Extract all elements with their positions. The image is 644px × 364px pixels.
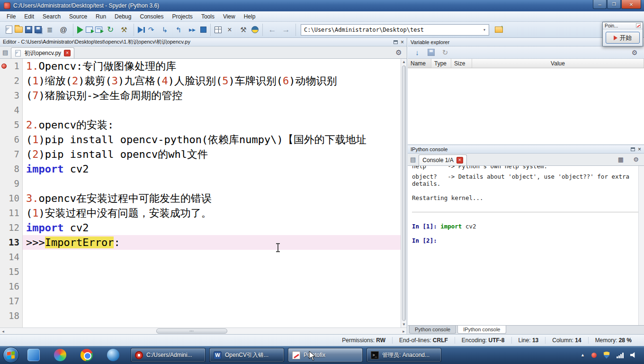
- taskbar-button-pointofix[interactable]: Pointofix: [288, 348, 363, 362]
- column-header-value[interactable]: Value: [472, 59, 644, 68]
- minimize-button[interactable]: [593, 0, 607, 9]
- console-browse-tabs-icon[interactable]: [410, 156, 416, 163]
- working-directory-field[interactable]: C:\Users\Administrator\Desktop\test: [301, 24, 489, 36]
- continue-icon[interactable]: ▶▶: [187, 24, 198, 36]
- new-file-icon[interactable]: [6, 26, 12, 34]
- print-icon[interactable]: ≣: [44, 24, 55, 36]
- code-line: 7(2)pip isntall opencv的whl文件: [0, 147, 401, 162]
- quicklaunch-chrome-icon[interactable]: [80, 349, 93, 361]
- code-text: [23, 176, 401, 191]
- run-file-icon[interactable]: [77, 26, 83, 34]
- parent-directory-icon[interactable]: [493, 24, 504, 36]
- vertical-scroll-thumb[interactable]: [402, 65, 406, 321]
- python-env-icon[interactable]: [251, 26, 259, 33]
- column-header-type[interactable]: Type: [431, 59, 451, 68]
- pointofix-tray-icon[interactable]: [591, 353, 597, 358]
- scroll-right-icon[interactable]: [401, 328, 407, 334]
- scroll-down-icon[interactable]: [401, 321, 407, 328]
- variable-table-body[interactable]: [408, 68, 644, 145]
- pointofix-start-button[interactable]: 开始: [606, 32, 640, 44]
- save-all-icon[interactable]: [35, 26, 42, 33]
- run-selection-icon[interactable]: ⚒: [118, 24, 130, 36]
- horizontal-scroll-thumb[interactable]: [156, 328, 227, 334]
- open-file-icon[interactable]: [15, 27, 23, 33]
- hidden-icons-icon[interactable]: ▲: [581, 353, 585, 357]
- menu-item-search[interactable]: Search: [39, 12, 64, 21]
- menu-item-consoles[interactable]: Consoles: [136, 12, 167, 21]
- taskbar-button-word[interactable]: WOpenCV引入错...: [209, 348, 284, 362]
- editor-undock-icon[interactable]: [394, 40, 398, 44]
- menu-item-view[interactable]: View: [219, 12, 239, 21]
- save-icon[interactable]: [25, 26, 32, 33]
- console-tab-close-icon[interactable]: [456, 157, 463, 164]
- save-data-icon[interactable]: [428, 49, 435, 56]
- taskbar-button-cmd[interactable]: >_管理员: Anacond...: [367, 348, 441, 362]
- editor-tab[interactable]: 初识opencv.py: [11, 47, 74, 58]
- security-tray-icon[interactable]: [603, 352, 610, 359]
- status-encoding: Encoding: UTF-8: [455, 337, 511, 344]
- volume-tray-icon[interactable]: [630, 352, 637, 358]
- maximize-button[interactable]: [607, 0, 621, 9]
- console-grid-icon[interactable]: ▦: [615, 154, 626, 165]
- editor-vertical-scrollbar[interactable]: [401, 59, 407, 328]
- import-data-icon[interactable]: ↓: [411, 47, 423, 58]
- step-over-icon[interactable]: ↷: [145, 24, 157, 36]
- editor-close-icon[interactable]: [401, 40, 404, 45]
- nav-back-icon[interactable]: ←: [267, 24, 278, 36]
- tab-ipython-console[interactable]: IPython console: [457, 326, 506, 334]
- maximize-pane-icon[interactable]: [215, 27, 222, 33]
- browse-tabs-icon[interactable]: [2, 49, 8, 56]
- menu-item-debug[interactable]: Debug: [111, 12, 135, 21]
- tab-close-icon[interactable]: [64, 50, 71, 56]
- menu-item-edit[interactable]: Edit: [20, 12, 38, 21]
- tools-icon[interactable]: ⚒: [238, 24, 249, 36]
- debug-file-icon[interactable]: [138, 27, 143, 33]
- console-output[interactable]: help -> Python's own help system.object?…: [408, 166, 644, 325]
- title-bar[interactable]: C:/Users/Administrator/Desktop/test - Sp…: [0, 0, 644, 11]
- step-return-icon[interactable]: ↰: [173, 24, 184, 36]
- column-header-size[interactable]: Size: [451, 59, 472, 68]
- close-button[interactable]: [621, 0, 641, 9]
- scroll-left-icon[interactable]: [0, 328, 6, 334]
- console-scrollbar[interactable]: [638, 166, 644, 325]
- status-bar: Permissions: RWEnd-of-lines: CRLFEncodin…: [0, 334, 644, 346]
- refresh-variables-icon[interactable]: ↻: [439, 47, 451, 58]
- code-text: (1)pip install opencv-python(依赖库numpy\)【…: [23, 132, 401, 147]
- run-cell-advance-icon[interactable]: [95, 27, 102, 33]
- console-options-icon[interactable]: ⚙: [630, 154, 642, 165]
- scroll-up-icon[interactable]: [401, 59, 407, 65]
- menu-item-run[interactable]: Run: [92, 12, 110, 21]
- menu-item-help[interactable]: Help: [240, 12, 259, 21]
- find-symbols-icon[interactable]: @: [58, 24, 69, 36]
- editor-options-icon[interactable]: ⚙: [393, 47, 404, 58]
- menu-item-tools[interactable]: Tools: [197, 12, 218, 21]
- path-dropdown-icon[interactable]: [483, 27, 486, 32]
- menu-item-projects[interactable]: Projects: [169, 12, 197, 21]
- taskbar-button-spyder[interactable]: C:/Users/Admini...: [131, 348, 206, 362]
- run-cell-icon[interactable]: [86, 27, 93, 33]
- console-tab[interactable]: Console 1/A: [419, 155, 466, 165]
- editor-pane: Editor - C:\Users\Administrator\Desktop\…: [0, 38, 407, 334]
- pointofix-window[interactable]: Poin... 开始: [602, 22, 643, 46]
- console-undock-icon[interactable]: [631, 147, 635, 151]
- menu-item-file[interactable]: File: [3, 12, 19, 21]
- stop-debug-icon[interactable]: [200, 27, 206, 33]
- code-area[interactable]: 11.Opencv:专门做图像处理的库2(1)缩放(2)裁剪(3)九宫格(4)人…: [0, 59, 401, 328]
- column-header-name[interactable]: Name: [408, 59, 431, 68]
- close-pane-icon[interactable]: ×: [224, 24, 235, 36]
- tab-python-console[interactable]: Python console: [409, 326, 456, 334]
- network-tray-icon[interactable]: [617, 352, 624, 358]
- quicklaunch-browser-icon[interactable]: [27, 349, 40, 361]
- console-close-icon[interactable]: [638, 147, 641, 152]
- menu-item-source[interactable]: Source: [65, 12, 91, 21]
- quicklaunch-app-icon[interactable]: [54, 349, 66, 361]
- editor-horizontal-scrollbar[interactable]: [0, 328, 407, 334]
- quicklaunch-globe-icon[interactable]: [107, 349, 119, 361]
- rerun-cell-icon[interactable]: ↻: [105, 24, 116, 36]
- start-button[interactable]: [3, 347, 19, 363]
- pointofix-title-bar[interactable]: Poin...: [603, 22, 643, 29]
- code-editor[interactable]: 11.Opencv:专门做图像处理的库2(1)缩放(2)裁剪(3)九宫格(4)人…: [0, 59, 407, 328]
- step-into-icon[interactable]: ↳: [159, 24, 170, 36]
- nav-forward-icon[interactable]: →: [280, 24, 292, 36]
- variable-options-icon[interactable]: ⚙: [629, 47, 640, 58]
